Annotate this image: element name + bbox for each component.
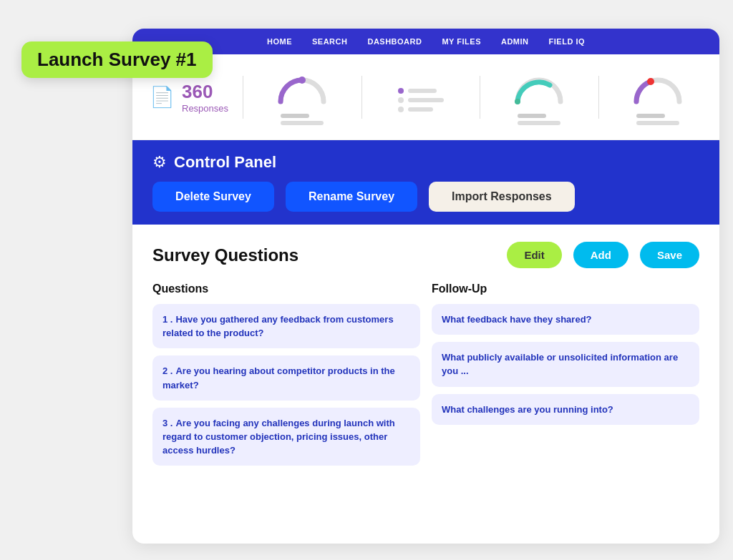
add-button[interactable]: Add — [573, 242, 628, 268]
import-responses-button[interactable]: Import Responses — [429, 182, 575, 212]
gauge-2 — [377, 82, 465, 112]
followup-column-header: Follow-Up — [432, 283, 699, 295]
nav-search[interactable]: SEARCH — [312, 37, 347, 46]
followup-text-3: What challenges are you running into? — [442, 404, 613, 415]
divider-4 — [598, 76, 599, 119]
control-panel-title: Control Panel — [174, 153, 276, 172]
gauge-4 — [613, 69, 702, 125]
edit-button[interactable]: Edit — [507, 242, 561, 268]
divider-1 — [243, 76, 243, 119]
stat-responses: 📄 360 Responses — [150, 81, 228, 114]
followup-card-1: What feedback have they shared? — [432, 304, 699, 335]
divider-3 — [480, 76, 480, 119]
followup-text-1: What feedback have they shared? — [442, 314, 592, 325]
response-count: 360 — [182, 81, 228, 103]
followup-column: Follow-Up What feedback have they shared… — [432, 283, 699, 473]
questions-grid: Questions 1 .Have you gathered any feedb… — [152, 283, 699, 473]
question-number-3: 3 . — [162, 418, 173, 428]
question-text-3: 3 .Are you facing any challenges during … — [162, 418, 395, 456]
control-panel-header: ⚙ Control Panel — [152, 153, 699, 172]
save-button[interactable]: Save — [640, 242, 699, 268]
followup-text-2: What publicly available or unsolicited i… — [442, 352, 678, 376]
question-number-2: 2 . — [162, 365, 173, 376]
followup-card-2: What publicly available or unsolicited i… — [432, 342, 699, 386]
document-icon: 📄 — [150, 85, 175, 109]
question-card-3: 3 .Are you facing any challenges during … — [152, 408, 420, 466]
control-panel: ⚙ Control Panel Delete Survey Rename Sur… — [132, 140, 719, 225]
launch-tooltip-text: Launch Survey #1 — [37, 49, 197, 70]
stats-row: 📄 360 Responses — [132, 54, 719, 140]
nav-home[interactable]: HOME — [267, 37, 292, 46]
nav-admin[interactable]: ADMIN — [501, 37, 529, 46]
survey-title: Survey Questions — [152, 245, 495, 265]
survey-section: Survey Questions Edit Add Save Questions… — [132, 225, 719, 490]
svg-point-0 — [298, 77, 306, 84]
main-card: HOME SEARCH DASHBOARD MY FILES ADMIN FIE… — [132, 29, 719, 544]
questions-column-header: Questions — [152, 283, 420, 295]
nav-myfiles[interactable]: MY FILES — [442, 37, 481, 46]
survey-header: Survey Questions Edit Add Save — [152, 242, 699, 268]
question-text-1: 1 .Have you gathered any feedback from c… — [162, 314, 394, 338]
gauge-3 — [495, 69, 583, 125]
question-card-1: 1 .Have you gathered any feedback from c… — [152, 304, 420, 348]
nav-bar: HOME SEARCH DASHBOARD MY FILES ADMIN FIE… — [132, 29, 719, 54]
question-card-2: 2 .Are you hearing about competitor prod… — [152, 355, 420, 400]
gauge-1 — [258, 69, 346, 125]
page-wrapper: Launch Survey #1 HOME SEARCH DASHBOARD M… — [0, 0, 733, 560]
questions-column: Questions 1 .Have you gathered any feedb… — [152, 283, 420, 473]
question-text-2: 2 .Are you hearing about competitor prod… — [162, 365, 395, 390]
divider-2 — [361, 76, 362, 119]
nav-fieldiq[interactable]: FIELD IQ — [549, 37, 585, 46]
rename-survey-button[interactable]: Rename Survey — [286, 182, 417, 212]
question-number-1: 1 . — [162, 314, 173, 325]
svg-point-1 — [515, 99, 520, 104]
delete-survey-button[interactable]: Delete Survey — [152, 182, 274, 212]
control-panel-buttons: Delete Survey Rename Survey Import Respo… — [152, 182, 699, 212]
gear-icon: ⚙ — [152, 153, 167, 172]
nav-dashboard[interactable]: DASHBOARD — [367, 37, 422, 46]
followup-card-3: What challenges are you running into? — [432, 394, 699, 425]
svg-point-2 — [647, 78, 654, 85]
response-label: Responses — [182, 103, 228, 114]
launch-tooltip[interactable]: Launch Survey #1 — [21, 41, 213, 78]
